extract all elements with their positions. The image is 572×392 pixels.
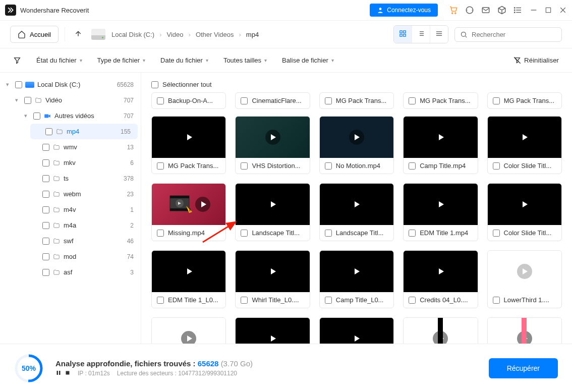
video-preview[interactable]: [488, 318, 561, 344]
thumbnail-item[interactable]: [151, 317, 226, 344]
play-icon: [265, 197, 280, 212]
support-icon[interactable]: [465, 6, 474, 15]
tree-item[interactable]: mkv6: [0, 155, 141, 171]
list-item[interactable]: MG Pack Trans...: [487, 92, 562, 109]
video-preview[interactable]: [236, 184, 309, 225]
tree-item[interactable]: m4v1: [0, 202, 141, 217]
thumbnail-item[interactable]: !Missing.mp4: [151, 183, 226, 241]
maximize-icon[interactable]: [545, 7, 552, 14]
thumbnail-item[interactable]: Color Slide Titl...: [487, 116, 562, 174]
breadcrumb-item[interactable]: Local Disk (C:): [111, 31, 154, 38]
video-preview[interactable]: [320, 117, 393, 158]
tree-item[interactable]: ts378: [0, 171, 141, 186]
filter-type[interactable]: Type de fichier▾: [97, 57, 146, 64]
thumbnail-item[interactable]: Camp Title.mp4: [403, 116, 478, 174]
tree-label: m4v: [64, 206, 76, 213]
menu-icon[interactable]: [513, 6, 523, 15]
list-item[interactable]: CinematicFlare...: [235, 92, 310, 109]
thumbnail-item[interactable]: Color Slide Titl...: [487, 183, 562, 241]
connect-button[interactable]: Connectez-vous: [370, 4, 438, 17]
filter-tag[interactable]: Balise de fichier▾: [282, 57, 334, 64]
filter-date[interactable]: Date du fichier▾: [160, 57, 208, 64]
file-name: No Motion.mp4: [336, 162, 388, 170]
breadcrumb-item[interactable]: Other Videos: [196, 31, 234, 38]
video-preview[interactable]: !: [152, 184, 225, 225]
tree-count: 13: [127, 144, 134, 151]
video-preview[interactable]: [320, 251, 393, 292]
tree-item[interactable]: ▾Local Disk (C:)65628: [0, 77, 141, 92]
thumbnail-item[interactable]: VHS Distortion...: [235, 116, 310, 174]
tree-item[interactable]: wmv13: [0, 139, 141, 155]
thumbnail-item[interactable]: [235, 317, 310, 344]
app-logo: [5, 5, 16, 16]
list-item[interactable]: MG Pack Trans...: [319, 92, 394, 109]
cart-icon[interactable]: [449, 6, 458, 15]
pause-button[interactable]: [55, 370, 62, 377]
thumbnail-item[interactable]: Camp Title_L0...: [319, 250, 394, 308]
thumbnail-item[interactable]: LowerThird 1....: [487, 250, 562, 308]
folder-tree[interactable]: ▾Local Disk (C:)65628▾Vidéo707▾Autres vi…: [0, 73, 141, 344]
svg-rect-10: [404, 31, 406, 33]
filter-state[interactable]: État du fichier▾: [36, 57, 82, 64]
thumbnail-item[interactable]: Landscape Titl...: [319, 183, 394, 241]
filter-size[interactable]: Toutes tailles▾: [223, 57, 267, 64]
video-preview[interactable]: [488, 184, 561, 225]
file-name: Camp Title_L0...: [336, 296, 388, 304]
video-preview[interactable]: [404, 117, 477, 158]
tree-item[interactable]: asf3: [0, 264, 141, 280]
tree-item[interactable]: swf46: [0, 233, 141, 249]
tree-label: Autres vidéos: [54, 112, 94, 120]
video-preview[interactable]: [404, 318, 477, 344]
tree-item[interactable]: m4a2: [0, 217, 141, 233]
tree-item[interactable]: ▾Autres vidéos707: [0, 108, 141, 124]
thumbnail-item[interactable]: MG Pack Trans...: [151, 116, 226, 174]
thumbnail-item[interactable]: EDM Title 1_L0...: [151, 250, 226, 308]
video-preview[interactable]: [152, 117, 225, 158]
thumbnail-item[interactable]: [403, 317, 478, 344]
play-icon: [181, 130, 196, 145]
thumbnail-item[interactable]: EDM Title 1.mp4: [403, 183, 478, 241]
search-input[interactable]: [472, 31, 556, 38]
tree-item[interactable]: ▾Vidéo707: [0, 92, 141, 108]
search-box[interactable]: [454, 27, 562, 42]
list-item[interactable]: MG Pack Trans...: [403, 92, 478, 109]
video-preview[interactable]: [404, 184, 477, 225]
video-preview[interactable]: [236, 318, 309, 344]
select-all[interactable]: Sélectionner tout: [151, 81, 562, 88]
minimize-icon[interactable]: [530, 6, 538, 14]
video-preview[interactable]: [320, 318, 393, 344]
thumbnail-item[interactable]: Landscape Titl...: [235, 183, 310, 241]
file-name: Color Slide Titl...: [504, 229, 556, 237]
breadcrumb-item[interactable]: mp4: [246, 31, 259, 38]
stop-button[interactable]: [65, 370, 71, 377]
video-preview[interactable]: [236, 117, 309, 158]
video-preview[interactable]: [404, 251, 477, 292]
video-preview[interactable]: [488, 251, 561, 292]
box-icon[interactable]: [497, 6, 506, 15]
svg-rect-8: [546, 8, 550, 12]
video-preview[interactable]: [236, 251, 309, 292]
mail-icon[interactable]: [481, 6, 490, 15]
thumbnail-item[interactable]: Whirl Title_L0....: [235, 250, 310, 308]
tree-view-button[interactable]: [430, 26, 448, 43]
video-preview[interactable]: [152, 251, 225, 292]
tree-item[interactable]: mp4155: [30, 124, 138, 139]
thumbnail-item[interactable]: [487, 317, 562, 344]
list-view-button[interactable]: [412, 26, 430, 43]
thumbnail-item[interactable]: [319, 317, 394, 344]
video-preview[interactable]: [320, 184, 393, 225]
thumbnail-item[interactable]: No Motion.mp4: [319, 116, 394, 174]
recover-button[interactable]: Récupérer: [489, 358, 558, 378]
up-button[interactable]: [71, 27, 85, 42]
reset-filters-button[interactable]: Réinitialiser: [513, 57, 559, 64]
video-preview[interactable]: [488, 117, 561, 158]
breadcrumb-item[interactable]: Video: [167, 31, 184, 38]
home-button[interactable]: Accueil: [10, 26, 59, 43]
video-preview[interactable]: [152, 318, 225, 344]
thumbnail-item[interactable]: Credits 04_L0....: [403, 250, 478, 308]
tree-item[interactable]: webm23: [0, 186, 141, 202]
list-item[interactable]: Backup-On-A...: [151, 92, 226, 109]
tree-item[interactable]: mod74: [0, 249, 141, 264]
grid-view-button[interactable]: [394, 26, 412, 43]
close-icon[interactable]: [559, 6, 567, 14]
